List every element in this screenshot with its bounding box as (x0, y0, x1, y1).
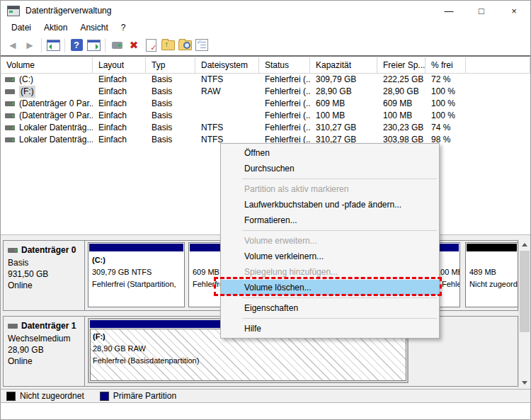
forward-button[interactable]: ► (21, 37, 38, 54)
toolbar-separator (41, 38, 42, 52)
menubar: Datei Aktion Ansicht ? (1, 21, 530, 35)
menu-separator (221, 176, 439, 181)
disk-1-label[interactable]: Datenträger 1 Wechselmedium 28,90 GB Onl… (4, 317, 85, 386)
console-tree-icon (47, 40, 60, 51)
column-header-typ[interactable]: Typ (146, 57, 195, 73)
menu-item-formatieren[interactable]: Formatieren... (221, 212, 439, 228)
menu-ansicht[interactable]: Ansicht (74, 21, 114, 35)
disk-0-type: Basis (8, 257, 84, 268)
menu-item-spiegelung: Spiegelung hinzufügen... (221, 264, 439, 280)
table-row-f-selected[interactable]: (F:) Einfach Basis RAW Fehlerfrei (... 2… (1, 86, 530, 98)
legend-unallocated: Nicht zugeordnet (6, 391, 84, 401)
maximize-button[interactable]: □ (465, 1, 498, 21)
menu-datei[interactable]: Datei (5, 21, 38, 35)
volume-table-body: (C:) Einfach Basis NTFS Fehlerfrei (... … (1, 74, 530, 146)
disk-0-label[interactable]: Datenträger 0 Basis 931,50 GB Online (4, 241, 85, 310)
partition-c[interactable]: (C:) 309,79 GB NTFS Fehlerfrei (Startpar… (88, 242, 185, 307)
toolbar: ◄ ► ? ✖ ✓ ↑ (1, 35, 530, 55)
menu-item-durchsuchen[interactable]: Durchsuchen (221, 161, 439, 176)
menu-item-eigenschaften[interactable]: Eigenschaften (221, 300, 439, 316)
disk-icon (8, 324, 18, 329)
partition-unallocated[interactable]: 489 MB Nicht zugeordnet (465, 242, 518, 307)
rescan-icon (112, 42, 122, 49)
titlebar: Datenträgerverwaltung — □ × (1, 1, 530, 21)
menu-item-partition-aktiv: Partition als aktiv markieren (221, 181, 439, 197)
delete-x-icon: ✖ (130, 39, 139, 52)
menu-item-oeffnen[interactable]: Öffnen (221, 145, 439, 161)
toolbar-divider (1, 55, 530, 57)
app-icon (7, 6, 20, 16)
volume-icon (5, 137, 15, 142)
window-controls: — □ × (433, 1, 530, 21)
show-console-tree-button[interactable] (45, 37, 62, 54)
task-list-icon (195, 39, 208, 51)
menu-item-volume-erweitern: Volume erweitern... (221, 233, 439, 249)
minimize-button[interactable]: — (433, 1, 465, 21)
column-header-volume[interactable]: Volume (1, 57, 93, 73)
status-strip (1, 403, 530, 419)
document-check-icon: ✓ (146, 39, 156, 52)
volume-icon (5, 77, 15, 82)
chevron-up-icon (522, 240, 527, 246)
unallocated-strip (467, 244, 517, 251)
chevron-down-icon (522, 381, 527, 387)
close-button[interactable]: × (498, 1, 530, 21)
delete-button[interactable]: ✖ (125, 37, 142, 54)
disk-0-status: Online (8, 280, 84, 291)
magnifier-icon (183, 42, 190, 49)
column-header-kapazitaet[interactable]: Kapazität (310, 57, 377, 73)
menu-item-volume-loeschen[interactable]: Volume löschen... (221, 280, 439, 295)
menu-separator (221, 316, 439, 321)
scroll-up-button[interactable] (519, 239, 530, 250)
column-header-prozent-frei[interactable]: % frei (426, 57, 466, 73)
disk-1-size: 28,90 GB (8, 344, 84, 356)
table-row-disk0-part1[interactable]: (Datenträger 0 Par... Einfach Basis Fehl… (1, 98, 530, 110)
menu-separator (221, 295, 439, 300)
back-icon: ◄ (8, 39, 18, 51)
primary-partition-strip (89, 244, 183, 251)
folder-up-icon: ↑ (161, 40, 175, 50)
scrollbar-thumb[interactable] (520, 251, 530, 332)
back-button[interactable]: ◄ (4, 37, 21, 54)
column-header-status[interactable]: Status (259, 57, 310, 73)
open-folder-button[interactable]: ↑ (159, 37, 176, 54)
column-header-empty (466, 57, 530, 73)
table-row-disk0-part2[interactable]: (Datenträger 0 Par... Einfach Basis Fehl… (1, 110, 530, 122)
task-list-button[interactable] (193, 37, 210, 54)
toolbar-separator (105, 38, 105, 52)
menu-help[interactable]: ? (115, 21, 132, 35)
column-header-freier-speicher[interactable]: Freier Sp... (377, 57, 426, 73)
folder-search-icon (178, 40, 192, 50)
volume-icon (5, 89, 15, 94)
legend-bar: Nicht zugeordnet Primäre Partition (1, 389, 530, 403)
menu-separator (221, 228, 439, 233)
unallocated-swatch (6, 392, 16, 401)
context-menu: Öffnen Durchsuchen Partition als aktiv m… (220, 143, 440, 339)
search-folder-button[interactable] (176, 37, 193, 54)
column-header-dateisystem[interactable]: Dateisystem (195, 57, 259, 73)
disk-0-size: 931,50 GB (8, 268, 84, 280)
volume-table-header: Volume Layout Typ Dateisystem Status Kap… (1, 57, 530, 74)
column-header-layout[interactable]: Layout (93, 57, 146, 73)
disk-1-type: Wechselmedium (8, 333, 84, 344)
action-pane-icon (87, 40, 101, 51)
menu-item-laufwerkbuchstaben[interactable]: Laufwerkbuchstaben und -pfade ändern... (221, 197, 439, 212)
table-row-lokaler-1[interactable]: Lokaler Datenträg... Einfach Basis NTFS … (1, 122, 530, 134)
disk-1-status: Online (8, 356, 84, 367)
show-action-pane-button[interactable] (85, 37, 102, 54)
table-row-c[interactable]: (C:) Einfach Basis NTFS Fehlerfrei (... … (1, 74, 530, 86)
vertical-scrollbar[interactable] (518, 239, 530, 389)
volume-icon (5, 101, 15, 106)
forward-icon: ► (25, 39, 35, 51)
help-icon: ? (71, 39, 83, 51)
help-button[interactable]: ? (68, 37, 85, 54)
menu-item-hilfe[interactable]: Hilfe (221, 321, 439, 336)
toolbar-separator (64, 38, 65, 52)
rescan-disks-button[interactable] (108, 37, 125, 54)
menu-aktion[interactable]: Aktion (38, 21, 74, 35)
scroll-down-button[interactable] (519, 378, 530, 389)
disk-icon (8, 248, 18, 253)
check-document-button[interactable]: ✓ (142, 37, 159, 54)
volume-icon (5, 125, 15, 130)
menu-item-volume-verkleinern[interactable]: Volume verkleinern... (221, 249, 439, 264)
